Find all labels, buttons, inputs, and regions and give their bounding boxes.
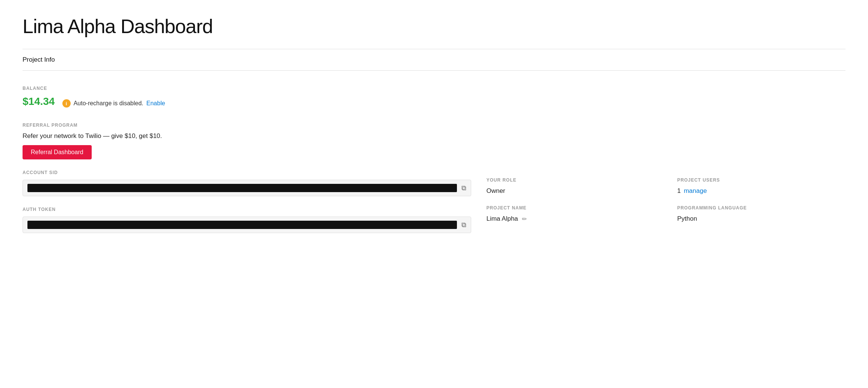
referral-section: REFERRAL PROGRAM Refer your network to T…: [23, 123, 845, 159]
enable-link[interactable]: Enable: [147, 100, 165, 107]
your-role-label: YOUR ROLE: [486, 177, 655, 183]
right-column: YOUR ROLE Owner PROJECT USERS 1 manage P…: [486, 177, 845, 233]
account-sid-copy-icon[interactable]: ⧉: [461, 184, 466, 192]
project-users-count: 1: [677, 187, 680, 195]
project-users-row: 1 manage: [677, 187, 845, 195]
auth-token-label: AUTH TOKEN: [23, 207, 471, 212]
programming-language-group: PROGRAMMING LANGUAGE Python: [677, 205, 845, 223]
manage-users-link[interactable]: manage: [684, 187, 707, 195]
project-users-label: PROJECT USERS: [677, 177, 845, 183]
your-role-value: Owner: [486, 187, 655, 195]
balance-row: $14.34 i Auto-recharge is disabled. Enab…: [23, 95, 845, 111]
auto-recharge-text: Auto-recharge is disabled.: [74, 100, 144, 107]
account-sid-input-container: ⧉: [23, 180, 471, 196]
page-title: Lima Alpha Dashboard: [23, 15, 845, 38]
auth-token-copy-icon[interactable]: ⧉: [461, 221, 466, 229]
programming-language-value: Python: [677, 215, 845, 223]
balance-group: BALANCE $14.34 i Auto-recharge is disabl…: [23, 86, 845, 111]
auth-token-group: AUTH TOKEN ⧉: [23, 207, 471, 233]
referral-dashboard-button[interactable]: Referral Dashboard: [23, 145, 92, 159]
auto-recharge-info: i Auto-recharge is disabled. Enable: [62, 99, 165, 108]
balance-value: $14.34: [23, 95, 55, 108]
account-sid-label: ACCOUNT SID: [23, 170, 471, 175]
project-name-value: Lima Alpha: [486, 215, 518, 223]
info-icon: i: [62, 99, 71, 108]
project-name-group: PROJECT NAME Lima Alpha ✏: [486, 205, 655, 223]
project-name-row: Lima Alpha ✏: [486, 215, 655, 223]
left-column: ACCOUNT SID ⧉ AUTH TOKEN ⧉: [23, 170, 471, 244]
referral-label: REFERRAL PROGRAM: [23, 123, 845, 128]
project-info-section-header: Project Info: [23, 49, 845, 71]
your-role-group: YOUR ROLE Owner: [486, 177, 655, 195]
main-grid: ACCOUNT SID ⧉ AUTH TOKEN ⧉ YOUR ROLE: [23, 170, 845, 244]
account-sid-group: ACCOUNT SID ⧉: [23, 170, 471, 196]
account-sid-value: [27, 184, 457, 192]
project-name-edit-icon[interactable]: ✏: [522, 215, 527, 223]
content-area: BALANCE $14.34 i Auto-recharge is disabl…: [23, 82, 845, 247]
project-users-group: PROJECT USERS 1 manage: [677, 177, 845, 195]
section-header-label: Project Info: [23, 56, 55, 63]
project-name-label: PROJECT NAME: [486, 205, 655, 211]
auth-token-input-container: ⧉: [23, 217, 471, 233]
programming-language-label: PROGRAMMING LANGUAGE: [677, 205, 845, 211]
auth-token-value: [27, 221, 457, 229]
referral-description: Refer your network to Twilio — give $10,…: [23, 132, 845, 140]
balance-label: BALANCE: [23, 86, 845, 91]
